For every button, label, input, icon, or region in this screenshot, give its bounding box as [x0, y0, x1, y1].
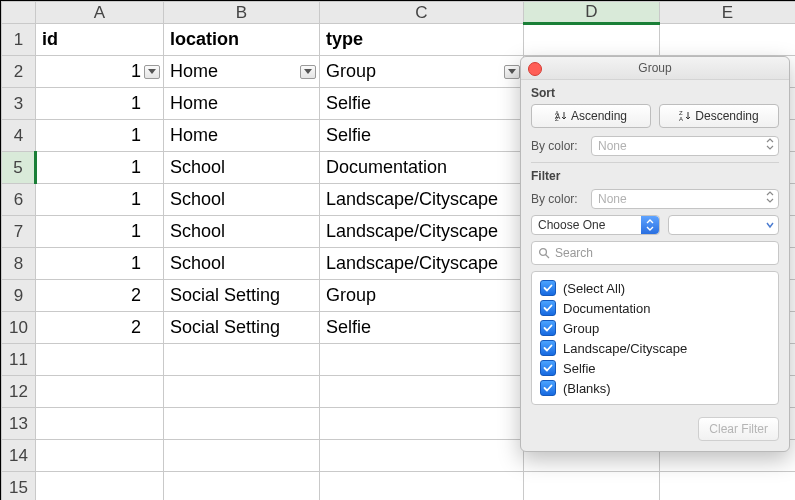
cell[interactable]	[36, 440, 164, 472]
filter-dropdown-C[interactable]	[504, 65, 520, 79]
filter-dropdown-A[interactable]	[144, 65, 160, 79]
filter-value-select[interactable]	[668, 215, 779, 235]
cell[interactable]: type	[320, 24, 524, 56]
cell[interactable]	[36, 408, 164, 440]
cell[interactable]: Social Setting	[164, 312, 320, 344]
column-header-A[interactable]: A	[36, 2, 164, 24]
cell[interactable]: Group	[320, 280, 524, 312]
svg-point-5	[540, 249, 547, 256]
cell[interactable]: School	[164, 248, 320, 280]
cell[interactable]	[660, 472, 796, 501]
panel-title: Group	[638, 61, 671, 75]
row-header-9[interactable]: 9	[2, 280, 36, 312]
sort-by-color-select[interactable]: None	[591, 136, 779, 156]
cell[interactable]: Home	[164, 88, 320, 120]
cell[interactable]	[164, 344, 320, 376]
cell[interactable]	[524, 24, 660, 56]
cell[interactable]: location	[164, 24, 320, 56]
filter-operator-select[interactable]: Choose One	[531, 215, 660, 235]
row-header-5[interactable]: 5	[2, 152, 36, 184]
chevron-down-icon	[766, 216, 774, 234]
cell[interactable]: Landscape/Cityscape	[320, 216, 524, 248]
cell[interactable]: School	[164, 216, 320, 248]
cell[interactable]: Selfie	[320, 120, 524, 152]
column-header-C[interactable]: C	[320, 2, 524, 24]
filter-check-item[interactable]: Group	[540, 318, 770, 338]
cell[interactable]: Home	[164, 120, 320, 152]
cell[interactable]: 1	[36, 184, 164, 216]
row-header-4[interactable]: 4	[2, 120, 36, 152]
panel-titlebar[interactable]: Group	[521, 57, 789, 80]
clear-filter-button[interactable]: Clear Filter	[698, 417, 779, 441]
cell[interactable]: 1	[36, 120, 164, 152]
cell[interactable]: Selfie	[320, 88, 524, 120]
cell[interactable]: Selfie	[320, 312, 524, 344]
cell[interactable]: 1	[36, 248, 164, 280]
cell[interactable]	[164, 440, 320, 472]
close-icon[interactable]	[528, 62, 542, 76]
cell[interactable]: Landscape/Cityscape	[320, 248, 524, 280]
filter-dropdown-B[interactable]	[300, 65, 316, 79]
cell[interactable]: 1	[36, 88, 164, 120]
filter-check-item[interactable]: (Select All)	[540, 278, 770, 298]
cell[interactable]	[164, 376, 320, 408]
cell[interactable]: Documentation	[320, 152, 524, 184]
cell[interactable]	[164, 472, 320, 501]
row-header-6[interactable]: 6	[2, 184, 36, 216]
cell[interactable]	[164, 408, 320, 440]
cell[interactable]: Home	[164, 56, 320, 88]
row-header-11[interactable]: 11	[2, 344, 36, 376]
cell[interactable]: Group	[320, 56, 524, 88]
row-header-13[interactable]: 13	[2, 408, 36, 440]
row-header-10[interactable]: 10	[2, 312, 36, 344]
cell[interactable]	[36, 344, 164, 376]
cell[interactable]: Landscape/Cityscape	[320, 184, 524, 216]
row-header-2[interactable]: 2	[2, 56, 36, 88]
cell[interactable]: School	[164, 152, 320, 184]
row-header-15[interactable]: 15	[2, 472, 36, 501]
cell[interactable]	[320, 344, 524, 376]
row-header-14[interactable]: 14	[2, 440, 36, 472]
cell-value: 2	[131, 285, 141, 306]
search-placeholder: Search	[555, 246, 593, 260]
filter-by-color-select[interactable]: None	[591, 189, 779, 209]
column-header-D[interactable]: D	[524, 2, 660, 24]
cell-value: Selfie	[326, 93, 371, 114]
cell[interactable]	[320, 408, 524, 440]
filter-checklist: (Select All)DocumentationGroupLandscape/…	[531, 271, 779, 405]
cell-value: Selfie	[326, 125, 371, 146]
row-header-7[interactable]: 7	[2, 216, 36, 248]
filter-check-item[interactable]: Documentation	[540, 298, 770, 318]
filter-check-item[interactable]: Landscape/Cityscape	[540, 338, 770, 358]
cell[interactable]	[524, 472, 660, 501]
filter-search-input[interactable]: Search	[531, 241, 779, 265]
row-header-3[interactable]: 3	[2, 88, 36, 120]
filter-check-item[interactable]: (Blanks)	[540, 378, 770, 398]
cell[interactable]	[320, 440, 524, 472]
sort-section-title: Sort	[531, 86, 779, 100]
cell[interactable]: 2	[36, 312, 164, 344]
cell[interactable]: 2	[36, 280, 164, 312]
filter-check-item[interactable]: Selfie	[540, 358, 770, 378]
cell[interactable]	[660, 24, 796, 56]
cell[interactable]: 1	[36, 56, 164, 88]
cell-value: Landscape/Cityscape	[326, 189, 498, 210]
row-header-8[interactable]: 8	[2, 248, 36, 280]
cell[interactable]	[36, 472, 164, 501]
row-header-12[interactable]: 12	[2, 376, 36, 408]
row-header-1[interactable]: 1	[2, 24, 36, 56]
sort-ascending-button[interactable]: A A Z Ascending	[531, 104, 651, 128]
sort-descending-button[interactable]: Z A Descending	[659, 104, 779, 128]
cell[interactable]: id	[36, 24, 164, 56]
cell[interactable]: 1	[36, 152, 164, 184]
cell[interactable]: 1	[36, 216, 164, 248]
column-header-B[interactable]: B	[164, 2, 320, 24]
select-all-corner[interactable]	[2, 2, 36, 24]
cell-value: 1	[131, 93, 141, 114]
column-header-E[interactable]: E	[660, 2, 796, 24]
cell[interactable]: Social Setting	[164, 280, 320, 312]
cell[interactable]	[320, 472, 524, 501]
cell[interactable]	[36, 376, 164, 408]
cell[interactable]	[320, 376, 524, 408]
cell[interactable]: School	[164, 184, 320, 216]
